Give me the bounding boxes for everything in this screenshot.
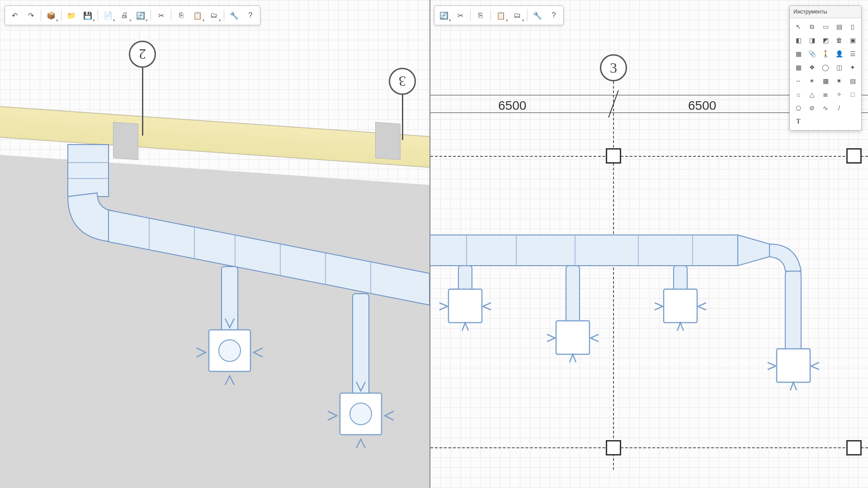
cut-icon[interactable]: ✂ <box>453 8 468 23</box>
person-icon[interactable]: 👤 <box>833 47 845 60</box>
undo-icon[interactable]: ↶ <box>7 8 22 23</box>
sync-icon[interactable]: 🔄▾ <box>133 8 148 23</box>
svg-marker-3 <box>108 210 429 305</box>
grid-bubble-label: 2 <box>139 46 146 63</box>
home-icon[interactable]: ⌂ <box>792 88 805 101</box>
svg-rect-23 <box>785 271 801 352</box>
viewport-plan[interactable]: 🔄▾✂⎘📋▾🗂▾🔧? Инструменты ↖⧉▭▤▯◧◨◩🗑▣▦📎🚶👤☰▦❖… <box>430 0 868 488</box>
eraser1-icon[interactable]: ◧ <box>792 34 805 47</box>
sync-icon[interactable]: 🔄▾ <box>436 8 452 23</box>
dropdown-caret-icon: ▾ <box>146 18 148 23</box>
dropdown-caret-icon: ▾ <box>506 18 508 23</box>
dropdown-caret-icon: ▾ <box>56 18 58 23</box>
line-icon[interactable]: / <box>833 102 845 114</box>
layers-icon[interactable]: ≣ <box>819 88 832 101</box>
grid-line <box>142 68 143 136</box>
leaf-icon[interactable]: ❖ <box>806 61 818 74</box>
text-icon[interactable]: T <box>792 115 805 128</box>
print-icon[interactable]: 🖨▾ <box>117 8 132 23</box>
save-icon[interactable]: 💾▾ <box>80 8 95 23</box>
sphere-icon[interactable]: ◯ <box>819 61 832 74</box>
poly-icon[interactable]: ⬠ <box>792 102 805 114</box>
dropdown-caret-icon: ▾ <box>449 18 451 23</box>
copy-icon[interactable]: ⎘ <box>174 8 189 23</box>
paste-icon[interactable]: 📋▾ <box>493 8 509 23</box>
dropdown-caret-icon: ▾ <box>93 18 95 23</box>
slab-icon[interactable]: ▤ <box>833 20 845 33</box>
dropdown-caret-icon: ▾ <box>113 18 115 23</box>
grid-bubble-2[interactable]: 2 <box>129 41 156 68</box>
box-icon[interactable]: □ <box>846 88 859 101</box>
grid-bubble-label: 3 <box>399 73 406 90</box>
cursor-icon[interactable]: ↖ <box>792 20 805 33</box>
dim-icon[interactable]: ↔ <box>792 75 805 87</box>
cut-icon[interactable]: ✂ <box>153 8 169 23</box>
new-project-icon[interactable]: 📦▾ <box>43 8 59 23</box>
svg-rect-10 <box>222 267 238 334</box>
door-icon[interactable]: ▣ <box>846 34 859 47</box>
viewport-3d[interactable]: 2 3 <box>0 0 430 488</box>
svg-rect-13 <box>353 294 369 398</box>
grid-bubble-3[interactable]: 3 <box>600 54 627 81</box>
open-icon[interactable]: 📁 <box>64 8 79 23</box>
dropdown-caret-icon: ▾ <box>203 18 205 23</box>
svg-rect-16 <box>430 235 738 266</box>
palette-title: Инструменты <box>790 6 861 18</box>
svg-rect-27 <box>556 321 590 354</box>
lamp-icon[interactable]: ✷ <box>833 75 845 87</box>
calc-icon[interactable]: ▤ <box>846 75 859 87</box>
spline-icon[interactable]: ∿ <box>819 102 832 114</box>
stack-icon[interactable]: 🗂▾ <box>206 8 222 23</box>
coord-icon[interactable]: ✦ <box>846 61 859 74</box>
wrench-icon[interactable]: 🔧 <box>530 8 545 23</box>
eraser2-icon[interactable]: ◨ <box>806 34 818 47</box>
svg-rect-29 <box>664 289 697 323</box>
dropdown-caret-icon: ▾ <box>219 18 221 23</box>
document-icon[interactable]: 📄▾ <box>100 8 116 23</box>
column-icon[interactable]: ▯ <box>846 20 859 33</box>
column-plan[interactable] <box>606 148 621 164</box>
svg-rect-0 <box>68 145 108 197</box>
light-icon[interactable]: ✧ <box>833 88 845 101</box>
secondary-toolbar: 🔄▾✂⎘📋▾🗂▾🔧? <box>434 5 564 25</box>
svg-marker-22 <box>738 235 769 266</box>
grid-bubble-3[interactable]: 3 <box>389 68 416 95</box>
svg-rect-26 <box>566 266 580 324</box>
eraser3-icon[interactable]: ◩ <box>819 34 832 47</box>
sheet-icon[interactable]: ▦ <box>792 47 805 60</box>
redo-icon[interactable]: ↷ <box>23 8 38 23</box>
dropdown-caret-icon: ▾ <box>129 18 132 23</box>
explode-icon[interactable]: ✶ <box>806 75 818 87</box>
paste-icon[interactable]: 📋▾ <box>190 8 205 23</box>
trash-icon[interactable]: 🗑 <box>833 34 845 47</box>
cube-icon[interactable]: ◫ <box>833 61 845 74</box>
svg-rect-25 <box>448 289 482 323</box>
help-icon[interactable]: ? <box>546 8 561 23</box>
grid-line <box>402 95 403 140</box>
ductwork-3d[interactable] <box>41 140 430 465</box>
walk-icon[interactable]: 🚶 <box>819 47 832 60</box>
tri-icon[interactable]: △ <box>806 88 818 101</box>
link-icon[interactable]: ⧉ <box>806 20 818 33</box>
clip-icon[interactable]: 📎 <box>806 47 818 60</box>
rect-icon[interactable]: ▭ <box>819 20 832 33</box>
grid-icon[interactable]: ▦ <box>792 61 805 74</box>
mesh-icon[interactable]: ▩ <box>819 75 832 87</box>
svg-rect-30 <box>777 349 810 382</box>
dimension-value: 6500 <box>688 99 716 113</box>
tool-palette: Инструменты ↖⧉▭▤▯◧◨◩🗑▣▦📎🚶👤☰▦❖◯◫✦↔✶▩✷▤⌂△≣… <box>789 5 862 131</box>
stack-icon[interactable]: 🗂▾ <box>509 8 525 23</box>
column-plan[interactable] <box>846 148 862 164</box>
svg-point-12 <box>219 340 241 361</box>
help-icon[interactable]: ? <box>243 8 258 23</box>
svg-point-15 <box>350 403 372 425</box>
dimension-value: 6500 <box>498 99 526 113</box>
wrench-icon[interactable]: 🔧 <box>226 8 242 23</box>
stairs-icon[interactable]: ☰ <box>846 47 859 60</box>
copy-icon[interactable]: ⎘ <box>473 8 488 23</box>
application-root: 2 3 <box>0 0 868 488</box>
dropdown-caret-icon: ▾ <box>522 18 524 23</box>
noentry-icon[interactable]: ⊘ <box>806 102 818 114</box>
main-toolbar: ↶↷📦▾📁💾▾📄▾🖨▾🔄▾✂⎘📋▾🗂▾🔧? <box>5 5 260 25</box>
ductwork-plan[interactable] <box>430 226 868 452</box>
